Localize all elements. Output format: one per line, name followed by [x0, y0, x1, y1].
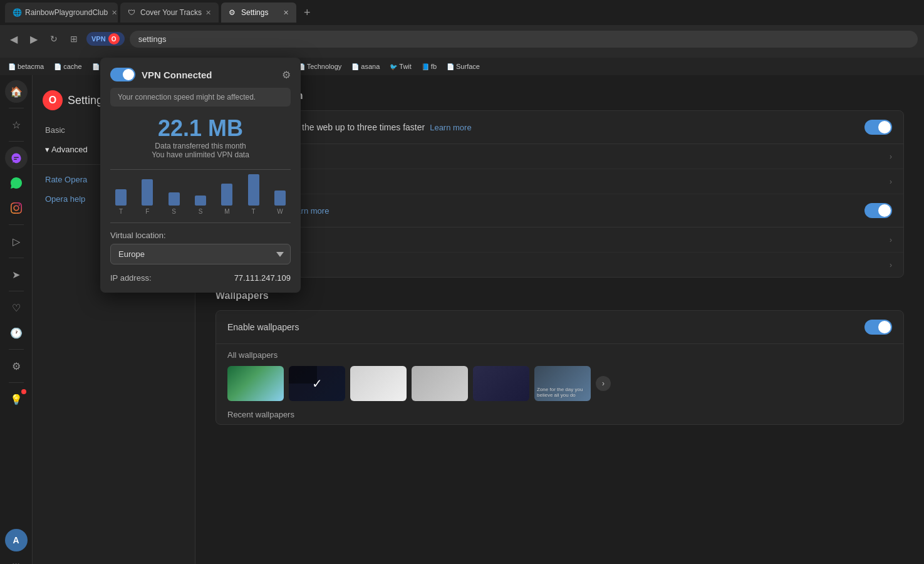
main-content: Privacy protection Block ads and surf th…: [195, 75, 924, 564]
grid-button[interactable]: ⊞: [66, 31, 81, 46]
sidebar-icon-messenger[interactable]: [5, 147, 28, 169]
vpn-chart-bar-t0: T: [115, 189, 127, 215]
block-ads-toggle[interactable]: [864, 120, 892, 135]
vpn-chart-bar-t5: T: [248, 174, 259, 215]
vpn-gear-icon[interactable]: ⚙: [282, 69, 291, 81]
sidebar-icon-send[interactable]: ➤: [5, 263, 28, 286]
sidebar-icon-player[interactable]: ▷: [5, 230, 28, 253]
block-trackers-toggle[interactable]: [864, 203, 892, 218]
tab-label-2: Cover Your Tracks: [140, 8, 202, 17]
vpn-chart-day-4: M: [224, 208, 229, 215]
bookmark-icon-fb: 📘: [422, 63, 429, 70]
bookmark-asana[interactable]: 📄 asana: [348, 61, 383, 71]
bookmark-technology[interactable]: 📄 Technology: [294, 61, 345, 71]
vpn-chart-bar-s2: S: [169, 192, 180, 215]
sidebar-divider-1: [9, 108, 24, 108]
sidebar-icon-whatsapp[interactable]: [5, 172, 28, 194]
sidebar-divider-2: [9, 141, 24, 142]
vpn-chart-day-5: T: [252, 208, 256, 215]
address-bar[interactable]: [130, 31, 918, 48]
bookmark-icon-twitter: 🐦: [390, 63, 397, 70]
tab-favicon-3: ⚙: [229, 8, 237, 17]
vpn-badge[interactable]: VPN O: [86, 32, 125, 46]
tab-close-2[interactable]: ✕: [205, 9, 211, 17]
sidebar-icon-heart[interactable]: ♡: [5, 296, 28, 319]
wallpaper-thumb-4[interactable]: [412, 366, 468, 401]
vpn-warning: Your connection speed might be affected.: [110, 88, 291, 107]
manage-exceptions-2-row[interactable]: Manage exceptions ›: [216, 227, 903, 253]
tab-close-3[interactable]: ✕: [283, 9, 289, 17]
enable-wallpapers-toggle[interactable]: [864, 320, 892, 335]
vpn-location: Virtual location: Optimal location Europ…: [110, 231, 291, 264]
vpn-chart-bar-m4: M: [221, 184, 232, 215]
new-tab-button[interactable]: +: [299, 6, 316, 19]
wallpaper-thumb-1[interactable]: [227, 366, 284, 401]
wallpaper-thumb-3[interactable]: [350, 366, 407, 401]
tab-settings[interactable]: ⚙ Settings ✕: [221, 3, 296, 23]
manage-exceptions-1-row[interactable]: Manage exceptions ›: [216, 144, 903, 169]
tab-close-1[interactable]: ✕: [112, 9, 117, 17]
sidebar-icon-star[interactable]: ☆: [5, 113, 28, 136]
forward-button[interactable]: ▶: [26, 31, 41, 48]
vpn-toggle[interactable]: [110, 68, 135, 81]
wallpaper-thumb-2[interactable]: ✓: [289, 366, 345, 401]
sidebar-icon-home[interactable]: 🏠: [5, 80, 28, 103]
recent-wallpapers-title: Recent wallpapers: [216, 410, 903, 424]
bookmark-cache[interactable]: 📄 cache: [51, 61, 85, 71]
sidebar-divider-5: [9, 291, 24, 291]
vpn-divider: [110, 169, 291, 170]
reload-button[interactable]: ↻: [46, 31, 61, 46]
tab-favicon-2: 🛡: [128, 8, 137, 17]
bookmark-surface[interactable]: 📄 Surface: [444, 61, 483, 71]
block-ads-learn-more[interactable]: Learn more: [430, 123, 471, 132]
manage-exceptions-1-arrow: ›: [890, 152, 892, 161]
sidebar-icon-instagram[interactable]: [5, 197, 28, 219]
manage-exceptions-2-arrow: ›: [890, 236, 892, 244]
vpn-bar-5: [248, 174, 259, 206]
sidebar-divider-6: [9, 349, 24, 350]
nav-bar: ◀ ▶ ↻ ⊞ VPN O: [0, 25, 924, 53]
block-trackers-row: Block trackers Learn more: [216, 194, 903, 227]
wallpaper-thumb-6[interactable]: Zone for the day you believe all you do: [534, 366, 591, 401]
opera-logo: O: [43, 90, 63, 110]
vpn-bar-1: [142, 179, 153, 206]
sidebar-icon-more[interactable]: •••: [5, 554, 28, 564]
privacy-section-title: Privacy protection: [215, 90, 904, 102]
sidebar-divider-7: [9, 382, 24, 383]
vpn-ip-label: IP address:: [110, 273, 152, 283]
back-button[interactable]: ◀: [6, 31, 21, 48]
manage-lists-2-row[interactable]: Manage lists ›: [216, 253, 903, 277]
vpn-divider-2: [110, 222, 291, 223]
vpn-bar-3: [195, 196, 206, 206]
sidebar-icon-bulb[interactable]: 💡: [5, 388, 28, 410]
tab-rainbowplayground[interactable]: 🌐 RainbowPlaygroundClub ✕: [5, 3, 118, 23]
vpn-chart-day-1: F: [145, 208, 149, 215]
vpn-header: VPN Connected ⚙: [110, 68, 291, 81]
bookmark-icon: 📄: [8, 63, 16, 70]
bookmark-twitter[interactable]: 🐦 Twit: [387, 61, 415, 71]
sidebar-icon-clock[interactable]: 🕐: [5, 321, 28, 344]
vpn-bar-6: [274, 191, 286, 206]
vpn-data: 22.1 MB Data transferred this month You …: [110, 115, 291, 159]
block-ads-row: Block ads and surf the web up to three t…: [216, 111, 903, 144]
tab-coveryourtracks[interactable]: 🛡 Cover Your Tracks ✕: [120, 3, 219, 23]
vpn-ip-value: 77.111.247.109: [234, 273, 291, 283]
sidebar: 🏠 ☆ ▷ ➤ ♡ 🕐 ⚙ 💡 A •••: [0, 75, 33, 564]
bookmark-icon-qb: 📄: [92, 63, 100, 70]
privacy-section: Privacy protection Block ads and surf th…: [215, 90, 904, 278]
manage-lists-1-row[interactable]: Manage lists ›: [216, 169, 903, 194]
bookmark-fb[interactable]: 📘 fb: [418, 61, 440, 71]
wallpaper-thumb-5[interactable]: [473, 366, 529, 401]
vpn-location-select[interactable]: Optimal location Europe Americas Asia: [110, 244, 291, 264]
enable-wallpapers-label: Enable wallpapers: [227, 322, 299, 332]
bookmark-icon-asana: 📄: [351, 63, 359, 70]
tab-favicon: 🌐: [13, 8, 21, 17]
sidebar-icon-settings[interactable]: ⚙: [5, 355, 28, 377]
wallpapers-scroll-right[interactable]: ›: [596, 376, 611, 391]
sidebar-icon-account[interactable]: A: [5, 529, 28, 551]
vpn-bar-2: [169, 192, 180, 206]
bookmark-betacma[interactable]: 📄 betacma: [5, 61, 47, 71]
manage-lists-1-arrow: ›: [890, 177, 892, 186]
vpn-data-sublabel: You have unlimited VPN data: [110, 150, 291, 159]
sidebar-divider-3: [9, 224, 24, 225]
